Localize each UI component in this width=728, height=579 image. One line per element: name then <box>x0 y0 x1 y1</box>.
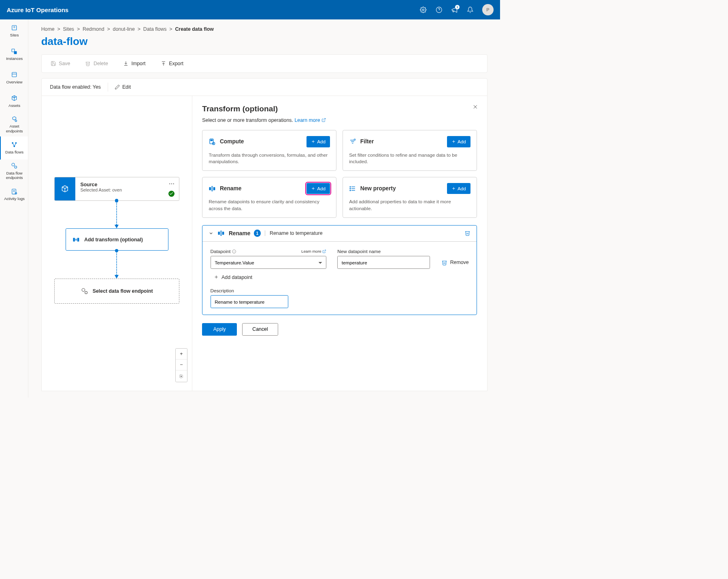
sidebar-item-instances[interactable]: Instances <box>0 43 28 66</box>
endpoint-icon <box>81 287 88 295</box>
notifications-icon[interactable] <box>467 6 473 13</box>
sidebar: Sites Instances Overview Assets Asset en… <box>0 19 28 398</box>
instances-icon <box>11 48 17 55</box>
save-button: Save <box>51 61 70 66</box>
source-title: Source <box>80 182 174 187</box>
card-title: Filter <box>360 138 374 145</box>
card-desc: Transform data through conversions, form… <box>209 152 330 165</box>
sidebar-label: Data flows <box>5 150 23 155</box>
svg-point-0 <box>423 9 424 11</box>
sidebar-label: Activity logs <box>4 196 25 201</box>
help-icon[interactable] <box>436 6 442 13</box>
sidebar-item-asset-endpoints[interactable]: Asset endpoints <box>0 113 28 136</box>
flow-canvas[interactable]: Source Selected Asset: oven ⋯ Add transf… <box>42 96 192 390</box>
trash-icon <box>464 230 470 236</box>
breadcrumb-link[interactable]: Sites <box>63 26 74 32</box>
breadcrumb-link[interactable]: donut-line <box>113 26 135 32</box>
panel-actions: Apply Cancel <box>202 323 477 336</box>
transform-cards: Compute Add Transform data through conve… <box>202 130 477 217</box>
sidebar-item-assets[interactable]: Assets <box>0 89 28 113</box>
svg-point-1 <box>436 7 442 13</box>
import-button[interactable]: Import <box>123 61 146 66</box>
svg-rect-30 <box>211 140 213 140</box>
zoom-fit-button[interactable] <box>176 370 187 381</box>
sidebar-item-data-flows[interactable]: Data flows <box>0 136 28 160</box>
panel-subtitle: Select one or more transform operations.… <box>202 117 477 123</box>
source-node[interactable]: Source Selected Asset: oven ⋯ <box>54 177 179 201</box>
add-compute-button[interactable]: Add <box>307 136 330 147</box>
header-icons: 1 P <box>420 4 493 15</box>
svg-rect-57 <box>221 231 221 236</box>
zoom-out-button[interactable]: − <box>176 360 187 370</box>
zoom-in-button[interactable]: + <box>176 349 187 360</box>
description-input[interactable] <box>211 295 288 308</box>
add-filter-button[interactable]: Add <box>447 136 470 147</box>
config-header[interactable]: Rename1 Rename to temperature <box>202 226 477 242</box>
description-label: Description <box>211 288 469 293</box>
sidebar-item-sites[interactable]: Sites <box>0 19 28 43</box>
svg-rect-5 <box>12 72 17 77</box>
info-icon[interactable] <box>232 249 236 253</box>
app-header: Azure IoT Operations 1 P <box>0 0 500 19</box>
news-badge: 1 <box>455 5 460 9</box>
svg-point-11 <box>12 163 15 166</box>
chevron-down-icon <box>209 231 213 236</box>
cancel-button[interactable]: Cancel <box>242 323 279 336</box>
edit-button[interactable]: Edit <box>115 84 131 90</box>
plus-icon <box>311 139 315 144</box>
sidebar-label: Instances <box>6 56 23 61</box>
pencil-icon <box>115 84 120 90</box>
learn-more-link[interactable]: Learn more <box>301 249 326 253</box>
external-link-icon <box>322 249 326 253</box>
main: Home> Sites> Redmond> donut-line> Data f… <box>28 19 500 398</box>
more-icon[interactable]: ⋯ <box>169 181 175 187</box>
apply-button[interactable]: Apply <box>202 323 237 336</box>
svg-point-52 <box>350 190 351 191</box>
plus-icon <box>451 186 456 191</box>
plus-icon <box>451 139 456 144</box>
close-button[interactable] <box>473 104 478 111</box>
rename-icon <box>217 230 225 237</box>
sidebar-item-activity-logs[interactable]: Activity logs <box>0 183 28 206</box>
svg-point-8 <box>12 143 13 144</box>
breadcrumb-link[interactable]: Redmond <box>83 26 104 32</box>
whats-new-icon[interactable]: 1 <box>451 6 458 13</box>
remove-row-button[interactable]: Remove <box>441 256 469 269</box>
endpoint-label: Select data flow endpoint <box>93 288 153 294</box>
sidebar-item-overview[interactable]: Overview <box>0 66 28 89</box>
svg-line-61 <box>324 250 326 251</box>
datapoint-label: Datapoint <box>211 249 236 254</box>
endpoint-node[interactable]: Select data flow endpoint <box>54 279 179 304</box>
compute-icon <box>209 138 216 145</box>
card-desc: Add additional properties to data to mak… <box>349 198 470 212</box>
user-avatar[interactable]: P <box>482 4 493 15</box>
breadcrumb: Home> Sites> Redmond> donut-line> Data f… <box>41 26 487 32</box>
datapoint-select[interactable]: Temperature.Value <box>211 256 326 269</box>
newname-label: New datapoint name <box>337 249 381 254</box>
count-badge: 1 <box>254 230 261 237</box>
learn-more-link[interactable]: Learn more <box>294 117 326 123</box>
export-button[interactable]: Export <box>161 61 183 66</box>
newname-input[interactable] <box>337 256 430 269</box>
sites-icon <box>11 25 17 31</box>
breadcrumb-link[interactable]: Home <box>41 26 55 32</box>
filter-icon <box>349 138 356 145</box>
settings-icon[interactable] <box>420 6 426 13</box>
new-property-icon <box>349 185 356 192</box>
add-rename-button[interactable]: Add <box>307 183 330 194</box>
add-datapoint-button[interactable]: Add datapoint <box>214 275 469 280</box>
svg-point-7 <box>15 120 17 121</box>
arrow-icon <box>53 251 181 279</box>
config-title: Rename <box>229 230 250 236</box>
panel-title: Transform (optional) <box>202 104 477 113</box>
svg-point-9 <box>15 143 17 144</box>
svg-rect-44 <box>212 186 213 191</box>
sidebar-item-dataflow-endpoints[interactable]: Data flow endpoints <box>0 160 28 183</box>
add-newprop-button[interactable]: Add <box>447 183 470 194</box>
assets-icon <box>11 95 17 101</box>
status-bar: Data flow enabled: Yes Edit <box>41 78 487 96</box>
transform-icon <box>72 236 80 243</box>
breadcrumb-link[interactable]: Data flows <box>143 26 167 32</box>
transform-node[interactable]: Add transform (optional) <box>66 228 168 251</box>
delete-config-button[interactable] <box>464 230 470 237</box>
